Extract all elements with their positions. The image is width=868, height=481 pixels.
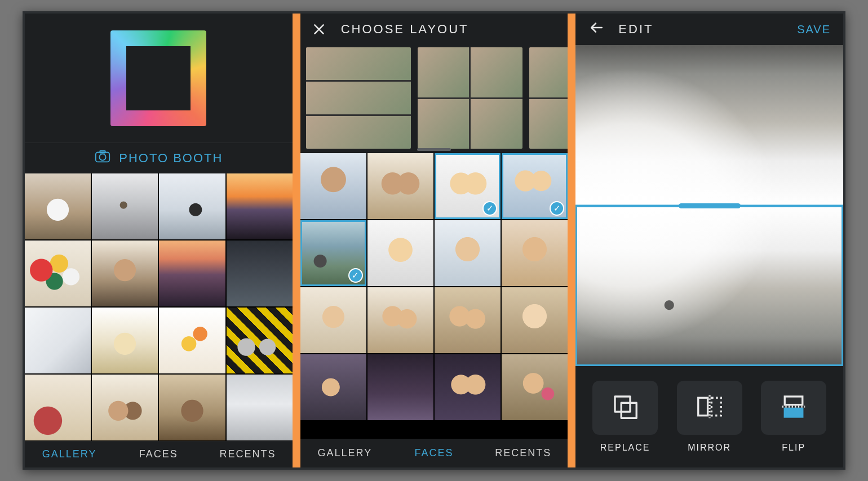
faces-thumb[interactable] (502, 354, 568, 420)
tab-faces[interactable]: FACES (389, 439, 479, 467)
faces-thumb[interactable] (300, 153, 366, 219)
gallery-thumb[interactable] (159, 375, 225, 440)
faces-thumb[interactable] (300, 354, 366, 420)
layout-templates-row[interactable] (300, 45, 568, 153)
replace-button[interactable]: REPLACE (590, 381, 660, 453)
svg-rect-6 (615, 397, 630, 412)
faces-thumb[interactable] (300, 287, 366, 353)
gallery-grid (25, 173, 293, 440)
gallery-thumb[interactable] (227, 173, 293, 239)
mirror-button[interactable]: MIRROR (675, 381, 745, 453)
svg-rect-11 (785, 397, 803, 405)
layout-template[interactable] (418, 47, 522, 149)
panel-separator (568, 14, 575, 467)
faces-thumb[interactable] (435, 220, 501, 286)
tab-recents[interactable]: RECENTS (203, 441, 292, 467)
camera-icon (94, 148, 111, 168)
split-handle[interactable] (575, 205, 843, 207)
gallery-thumb[interactable] (25, 240, 91, 306)
panel-choose-layout: CHOOSE LAYOUT ✓✓✓ GALLERYFACESRECENTS (300, 14, 568, 467)
edit-actions: REPLACE MIRROR (575, 366, 843, 467)
faces-thumb[interactable] (367, 287, 433, 353)
gallery-thumb[interactable] (227, 308, 293, 373)
header-title: EDIT (618, 22, 653, 37)
bottom-tabs: GALLERYFACESRECENTS (300, 438, 568, 467)
canvas-pane-top[interactable] (575, 45, 843, 206)
tab-gallery[interactable]: GALLERY (300, 439, 389, 467)
gallery-thumb[interactable] (92, 308, 158, 373)
app-logo (25, 14, 293, 143)
svg-point-1 (100, 154, 106, 160)
gallery-thumb[interactable] (25, 173, 91, 239)
header-title: CHOOSE LAYOUT (341, 22, 469, 37)
gallery-thumb[interactable] (159, 308, 225, 373)
close-icon[interactable] (312, 22, 326, 37)
faces-thumb[interactable] (435, 354, 501, 420)
faces-thumb[interactable]: ✓ (300, 220, 366, 286)
panel-separator (293, 14, 300, 467)
action-label: FLIP (782, 443, 805, 453)
action-label: REPLACE (600, 443, 650, 453)
svg-rect-7 (621, 403, 636, 418)
gallery-thumb[interactable] (25, 375, 91, 440)
faces-thumb[interactable] (367, 220, 433, 286)
svg-rect-8 (698, 398, 707, 416)
faces-thumb[interactable] (367, 354, 433, 420)
save-button[interactable]: SAVE (797, 23, 831, 36)
faces-thumb[interactable] (435, 287, 501, 353)
edit-canvas[interactable] (575, 45, 843, 366)
photo-booth-button[interactable]: PHOTO BOOTH (25, 143, 293, 173)
gallery-thumb[interactable] (227, 240, 293, 306)
back-arrow-icon[interactable] (588, 20, 605, 38)
panel-edit: EDIT SAVE REPLACE (575, 14, 843, 467)
faces-thumb[interactable]: ✓ (502, 153, 568, 219)
gallery-thumb[interactable] (92, 375, 158, 440)
faces-grid: ✓✓✓ (300, 153, 568, 438)
faces-thumb[interactable]: ✓ (435, 153, 501, 219)
faces-thumb[interactable] (367, 153, 433, 219)
selected-check-icon: ✓ (550, 201, 564, 216)
gallery-thumb[interactable] (159, 173, 225, 239)
photo-booth-label: PHOTO BOOTH (119, 151, 223, 166)
faces-thumb[interactable] (502, 220, 568, 286)
replace-icon (610, 391, 640, 424)
selected-check-icon: ✓ (482, 201, 497, 216)
app-frame: PHOTO BOOTH GALLERYFACESRECENTS CHOOSE L… (23, 11, 845, 470)
mirror-icon (694, 391, 725, 424)
panel-home: PHOTO BOOTH GALLERYFACESRECENTS (25, 14, 293, 467)
tab-faces[interactable]: FACES (114, 441, 203, 467)
selected-check-icon: ✓ (348, 268, 363, 283)
header: EDIT SAVE (575, 14, 843, 45)
gallery-thumb[interactable] (227, 375, 293, 440)
layout-template[interactable] (306, 47, 411, 149)
flip-button[interactable]: FLIP (759, 381, 829, 453)
canvas-pane-bottom[interactable] (575, 206, 843, 366)
header: CHOOSE LAYOUT (300, 14, 568, 45)
tab-gallery[interactable]: GALLERY (25, 441, 114, 467)
gallery-thumb[interactable] (25, 308, 91, 373)
gallery-thumb[interactable] (92, 240, 158, 306)
flip-icon (778, 391, 809, 424)
faces-thumb[interactable] (502, 287, 568, 353)
bottom-tabs: GALLERYFACESRECENTS (25, 440, 293, 467)
gallery-thumb[interactable] (92, 173, 158, 239)
tab-recents[interactable]: RECENTS (479, 439, 568, 467)
svg-rect-12 (785, 408, 803, 417)
layout-template[interactable] (529, 47, 568, 149)
svg-rect-9 (711, 398, 721, 416)
drag-handle[interactable] (417, 148, 451, 151)
gallery-thumb[interactable] (159, 240, 225, 306)
action-label: MIRROR (688, 443, 731, 453)
